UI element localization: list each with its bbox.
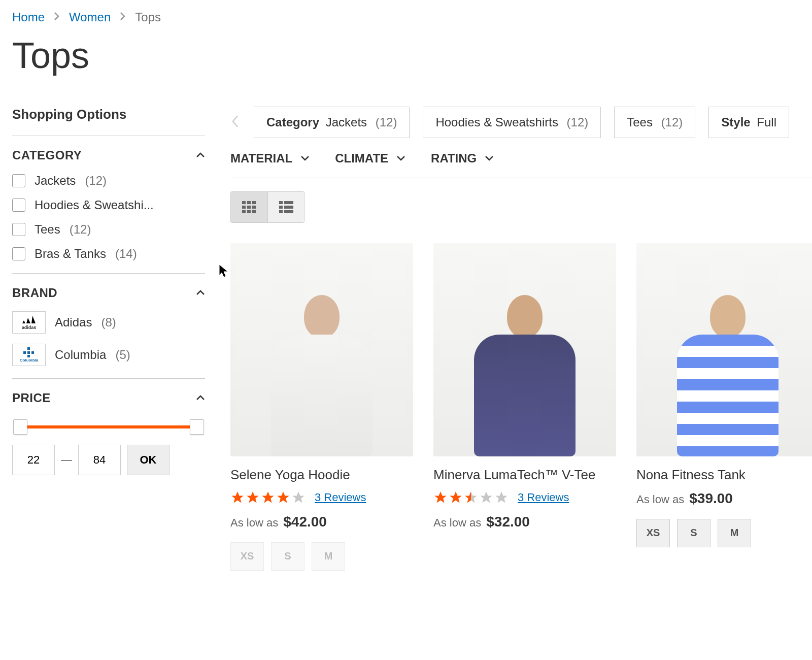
brand-item-columbia[interactable]: Columbia Columbia (5) [12, 344, 205, 366]
brand-count: (5) [115, 348, 130, 362]
category-count: (14) [115, 247, 137, 261]
price: As low as $39.00 [636, 490, 812, 507]
svg-rect-0 [23, 351, 26, 354]
slider-handle-max[interactable] [190, 419, 204, 435]
list-view-button[interactable] [267, 192, 304, 222]
chevron-down-icon [396, 155, 405, 161]
breadcrumb-current: Tops [135, 10, 161, 24]
product-card: Minerva LumaTech™ V-Tee 3 Reviews As low… [433, 243, 616, 571]
chip-hoodies[interactable]: Hoodies & Sweatshirts (12) [423, 107, 601, 138]
view-mode-switcher [230, 191, 304, 223]
dropdown-label: RATING [431, 151, 477, 166]
brand-logo-columbia: Columbia [12, 344, 46, 366]
svg-rect-9 [247, 206, 251, 209]
rating-stars [433, 490, 509, 505]
dash-icon: — [61, 453, 72, 467]
product-card: Selene Yoga Hoodie 3 Reviews As low as $… [230, 243, 413, 571]
svg-rect-11 [242, 210, 246, 213]
chevron-down-icon [485, 155, 494, 161]
chevron-down-icon [300, 155, 310, 161]
svg-rect-4 [31, 351, 34, 354]
size-options: XS S M [230, 542, 413, 571]
svg-rect-18 [279, 210, 283, 213]
checkbox-icon[interactable] [12, 174, 25, 187]
category-item-hoodies[interactable]: Hoodies & Sweatshi... [12, 198, 205, 212]
checkbox-icon[interactable] [12, 247, 25, 260]
size-m[interactable]: M [312, 542, 345, 571]
svg-rect-12 [247, 210, 251, 213]
cursor-icon [219, 264, 230, 278]
price-max-input[interactable] [78, 445, 121, 475]
category-count: (12) [70, 222, 91, 237]
chip-label: Style [721, 115, 750, 129]
size-xs[interactable]: XS [636, 519, 670, 547]
chip-style-full[interactable]: Style Full [708, 107, 789, 138]
chip-value: Hoodies & Sweatshirts [435, 115, 558, 129]
dropdown-material[interactable]: MATERIAL [230, 151, 310, 166]
chip-value: Jackets [326, 115, 367, 129]
size-s[interactable]: S [677, 519, 710, 547]
category-item-jackets[interactable]: Jackets (12) [12, 174, 205, 188]
product-image[interactable] [636, 243, 812, 456]
grid-view-button[interactable] [231, 192, 267, 222]
size-xs[interactable]: XS [230, 542, 264, 571]
product-card: Nona Fitness Tank As low as $39.00 XS S … [636, 243, 812, 571]
svg-rect-14 [279, 201, 283, 204]
chip-tees[interactable]: Tees (12) [614, 107, 695, 138]
size-s[interactable]: S [271, 542, 304, 571]
content: Category Jackets (12) Hoodies & Sweatshi… [230, 107, 812, 571]
list-icon [279, 201, 293, 213]
price: As low as $42.00 [230, 514, 413, 530]
product-name[interactable]: Selene Yoga Hoodie [230, 467, 413, 483]
price: As low as $32.00 [433, 514, 616, 530]
price-min-input[interactable] [12, 445, 55, 475]
slider-handle-min[interactable] [13, 419, 27, 435]
brand-label: Adidas [55, 315, 92, 329]
category-item-bras-tanks[interactable]: Bras & Tanks (14) [12, 247, 205, 261]
chevron-right-icon [120, 12, 126, 23]
product-image[interactable] [230, 243, 413, 456]
filter-brand-header[interactable]: BRAND [12, 286, 205, 300]
scroll-left-button[interactable] [230, 111, 241, 134]
checkbox-icon[interactable] [12, 223, 25, 236]
svg-rect-6 [247, 201, 251, 204]
category-label: Jackets [35, 174, 76, 188]
chip-count: (12) [661, 115, 683, 129]
product-name[interactable]: Minerva LumaTech™ V-Tee [433, 467, 616, 483]
dropdown-climate[interactable]: CLIMATE [335, 151, 405, 166]
breadcrumb-women[interactable]: Women [69, 10, 111, 24]
svg-rect-7 [252, 201, 256, 204]
price-ok-button[interactable]: OK [127, 445, 170, 475]
chip-count: (12) [376, 115, 397, 129]
brand-item-adidas[interactable]: adidas Adidas (8) [12, 311, 205, 334]
filter-brand-title: BRAND [12, 286, 57, 300]
product-image[interactable] [433, 243, 616, 456]
grid-icon [242, 201, 256, 213]
dropdown-rating[interactable]: RATING [431, 151, 494, 166]
svg-rect-5 [242, 201, 246, 204]
chip-value: Tees [627, 115, 653, 129]
size-m[interactable]: M [718, 519, 751, 547]
filter-price-header[interactable]: PRICE [12, 391, 205, 405]
product-grid: Selene Yoga Hoodie 3 Reviews As low as $… [230, 243, 812, 571]
category-count: (12) [85, 174, 107, 188]
chevron-up-icon [196, 288, 205, 298]
svg-rect-3 [27, 355, 30, 357]
category-label: Bras & Tanks [35, 247, 106, 261]
category-item-tees[interactable]: Tees (12) [12, 222, 205, 237]
chip-count: (12) [567, 115, 589, 129]
chip-value: Full [757, 115, 776, 129]
checkbox-icon[interactable] [12, 199, 25, 212]
filter-category-header[interactable]: CATEGORY [12, 148, 205, 162]
product-name[interactable]: Nona Fitness Tank [636, 467, 812, 483]
sidebar: Shopping Options CATEGORY Jackets (12) H… [12, 107, 205, 571]
chip-category-jackets[interactable]: Category Jackets (12) [254, 107, 410, 138]
price-slider[interactable] [13, 419, 204, 435]
reviews-link[interactable]: 3 Reviews [315, 491, 366, 504]
top-filter-chips: Category Jackets (12) Hoodies & Sweatshi… [230, 107, 812, 138]
filter-price: PRICE — OK [12, 379, 205, 487]
reviews-link[interactable]: 3 Reviews [518, 491, 569, 504]
breadcrumb-home[interactable]: Home [12, 10, 45, 24]
svg-rect-19 [284, 210, 293, 213]
category-label: Tees [35, 222, 60, 237]
